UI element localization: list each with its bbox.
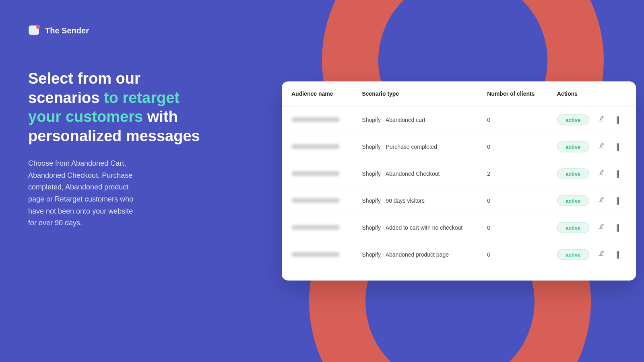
table-header: Audience name Scenario type Number of cl… [282, 82, 636, 106]
col-actions: Actions [547, 82, 636, 106]
actions-cell: active ∥ [547, 160, 636, 187]
audience-name-blurred [291, 171, 340, 176]
audience-name-cell [282, 187, 352, 214]
pencil-icon [597, 196, 605, 204]
edit-button[interactable] [594, 249, 608, 261]
headline-highlight: to retargetyour customers [28, 89, 180, 125]
pause-icon: ∥ [616, 250, 619, 259]
audience-name-cell [282, 160, 352, 187]
left-panel: The Sender Select from ourscenarios to r… [0, 0, 266, 362]
pencil-icon [597, 223, 605, 230]
edit-button[interactable] [594, 114, 608, 126]
table-row: Shopify - 90 days visitors0active ∥ [282, 187, 636, 214]
clients-count-cell: 2 [477, 160, 547, 187]
clients-count-cell: 0 [477, 133, 547, 160]
edit-button[interactable] [594, 195, 608, 207]
edit-button[interactable] [594, 141, 608, 153]
table-row: Shopify - Purchase completed0active ∥ [282, 133, 636, 160]
logo-text: The Sender [45, 26, 89, 35]
edit-button[interactable] [594, 168, 608, 180]
description-text: Choose from Abandoned Cart, Abandoned Ch… [28, 158, 237, 229]
clients-count-cell: 0 [477, 214, 547, 241]
table-card: Audience name Scenario type Number of cl… [282, 82, 636, 281]
table-row: Shopify - Abandoned product page0active … [282, 241, 636, 268]
scenario-type-cell: Shopify - Added to cart with no checkout [352, 214, 477, 241]
table-body: Shopify - Abandoned cart0active ∥Shopify… [282, 106, 636, 268]
right-panel: Audience name Scenario type Number of cl… [266, 82, 644, 281]
pause-icon: ∥ [616, 196, 619, 205]
audience-name-blurred [291, 225, 340, 230]
table-footer [282, 268, 636, 281]
audience-name-cell [282, 133, 352, 160]
svg-rect-2 [36, 25, 40, 29]
scenario-type-cell: Shopify - Abandoned product page [352, 241, 477, 268]
logo: The Sender [28, 24, 237, 37]
audience-name-cell [282, 106, 352, 134]
col-audience: Audience name [282, 82, 352, 106]
scenario-type-cell: Shopify - 90 days visitors [352, 187, 477, 214]
pencil-icon [597, 169, 605, 177]
table-row: Shopify - Abandoned Checkout2active ∥ [282, 160, 636, 187]
table-row: Shopify - Abandoned cart0active ∥ [282, 106, 636, 134]
pause-icon: ∥ [616, 223, 619, 232]
pause-button[interactable]: ∥ [613, 141, 623, 153]
status-badge: active [557, 222, 589, 233]
pause-button[interactable]: ∥ [613, 249, 623, 261]
audience-name-blurred [291, 252, 340, 257]
edit-button[interactable] [594, 222, 608, 234]
status-badge: active [557, 114, 589, 125]
audience-name-cell [282, 214, 352, 241]
pencil-icon [597, 115, 605, 123]
pencil-icon [597, 250, 605, 257]
scenario-type-cell: Shopify - Abandoned cart [352, 106, 477, 134]
pause-button[interactable]: ∥ [613, 114, 623, 126]
audience-name-blurred [291, 144, 340, 149]
pause-icon: ∥ [616, 169, 619, 178]
status-badge: active [557, 168, 589, 179]
audience-name-cell [282, 241, 352, 268]
status-badge: active [557, 249, 589, 260]
col-scenario: Scenario type [352, 82, 477, 106]
col-clients: Number of clients [477, 82, 547, 106]
pause-button[interactable]: ∥ [613, 195, 623, 207]
status-badge: active [557, 195, 589, 206]
clients-count-cell: 0 [477, 106, 547, 134]
actions-cell: active ∥ [547, 106, 636, 134]
actions-cell: active ∥ [547, 241, 636, 268]
scenarios-table: Audience name Scenario type Number of cl… [282, 82, 636, 268]
headline: Select from ourscenarios to retargetyour… [28, 69, 237, 146]
pause-button[interactable]: ∥ [613, 222, 623, 234]
table-row: Shopify - Added to cart with no checkout… [282, 214, 636, 241]
clients-count-cell: 0 [477, 187, 547, 214]
actions-cell: active ∥ [547, 133, 636, 160]
clients-count-cell: 0 [477, 241, 547, 268]
scenario-type-cell: Shopify - Purchase completed [352, 133, 477, 160]
actions-cell: active ∥ [547, 214, 636, 241]
pause-icon: ∥ [616, 115, 619, 124]
actions-cell: active ∥ [547, 187, 636, 214]
audience-name-blurred [291, 198, 340, 203]
pause-button[interactable]: ∥ [613, 168, 623, 180]
status-badge: active [557, 141, 589, 152]
pencil-icon [597, 142, 605, 150]
logo-icon [28, 24, 41, 37]
audience-name-blurred [291, 117, 340, 122]
scenario-type-cell: Shopify - Abandoned Checkout [352, 160, 477, 187]
pause-icon: ∥ [616, 142, 619, 151]
